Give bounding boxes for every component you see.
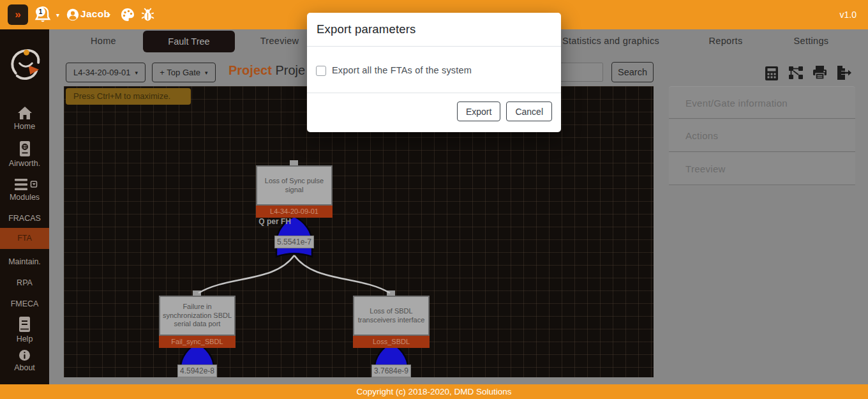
caret-down-icon: ▾ <box>205 70 208 76</box>
ft-node-title[interactable]: Failure in synchronization SBDL serial d… <box>159 296 236 336</box>
notification-count-badge: 1 <box>36 7 45 17</box>
export-button[interactable]: Export <box>457 102 500 121</box>
user-menu[interactable]: Jacob <box>80 8 110 20</box>
export-all-ftas-checkbox[interactable] <box>316 66 326 76</box>
passport-globe-icon <box>17 140 33 157</box>
ft-node-title[interactable]: Loss of SBDL transceivers interface <box>353 296 430 336</box>
accordion-treeview[interactable]: Treeview <box>669 153 855 185</box>
sidebar-item-maintain[interactable]: Maintain. <box>0 257 49 266</box>
ft-node-probability: 3.7684e-9 <box>371 365 411 377</box>
project-name: Proje <box>275 63 305 77</box>
sidebar-item-airworthiness[interactable]: Airworth. <box>0 140 49 168</box>
sidebar-item-label: Modules <box>10 193 40 202</box>
sidebar-item-fracas[interactable]: FRACAS <box>0 214 49 223</box>
accordion-actions[interactable]: Actions <box>669 119 855 152</box>
export-parameters-modal: Export parameters Export all the FTAs of… <box>307 13 561 132</box>
modal-header: Export parameters <box>307 13 561 47</box>
add-top-gate-label: + Top Gate <box>160 68 200 77</box>
tab-settings[interactable]: Settings <box>794 36 829 46</box>
print-icon[interactable] <box>812 66 827 80</box>
bars-menu-icon <box>12 178 38 191</box>
add-top-gate-dropdown[interactable]: + Top Gate ▾ <box>152 63 216 82</box>
caret-down-icon: ▾ <box>135 70 138 76</box>
sidebar-item-label: Airworth. <box>9 159 40 168</box>
connector-curve-right <box>294 255 390 293</box>
theme-palette-icon[interactable] <box>120 7 135 22</box>
calculator-icon[interactable] <box>765 66 779 81</box>
rate-label: Q per FH <box>227 217 291 226</box>
caret-down-icon[interactable]: ▾ <box>56 11 59 19</box>
sidebar-item-about[interactable]: About <box>0 349 49 372</box>
app-root: » 1 ▾ Jacob ▾ <box>0 0 868 399</box>
gate-selector-dropdown[interactable]: L4-34-20-09-01 ▾ <box>66 63 146 82</box>
ft-node-code[interactable]: L4-34-20-09-01 <box>256 206 333 218</box>
sidebar-item-help[interactable]: Help <box>0 316 49 343</box>
modal-footer: Export Cancel <box>307 93 561 132</box>
tab-home[interactable]: Home <box>91 36 116 46</box>
sidebar-item-label: FMECA <box>11 299 39 308</box>
ft-node-code[interactable]: Loss_SBDL <box>353 336 430 348</box>
search-button[interactable]: Search <box>611 62 654 82</box>
project-diagram-icon[interactable] <box>788 66 804 80</box>
ft-node-probability: 5.5541e-7 <box>274 236 314 248</box>
sidebar-collapse-button[interactable]: » <box>8 4 28 25</box>
sidebar-item-label: About <box>14 363 35 372</box>
help-book-icon <box>17 316 32 333</box>
ft-node-title[interactable]: Loss of Sync pulse signal <box>256 165 333 206</box>
tab-reports[interactable]: Reports <box>709 36 743 46</box>
footer-copyright: Copyright (c) 2018-2020, DMD Solutions <box>0 384 868 399</box>
gate-selector-value: L4-34-20-09-01 <box>73 68 131 77</box>
sidebar-item-modules[interactable]: Modules <box>0 178 49 202</box>
sidebar-item-label: Home <box>14 122 35 131</box>
sidebar-item-rpa[interactable]: RPA <box>0 278 49 287</box>
ft-node-probability: 4.5942e-8 <box>177 365 217 377</box>
tab-fault-tree[interactable]: Fault Tree <box>143 31 235 52</box>
bug-report-icon[interactable] <box>140 6 156 22</box>
connector-nub <box>290 160 298 165</box>
modal-title: Export parameters <box>317 22 416 36</box>
sidebar-item-label: RPA <box>17 278 33 287</box>
project-heading: Project Proje <box>228 63 305 78</box>
export-all-ftas-label: Export all the FTAs of the system <box>332 65 472 75</box>
info-circle-icon <box>19 349 31 361</box>
notifications-button[interactable]: 1 <box>34 6 52 25</box>
sidebar-item-fta[interactable]: FTA <box>0 228 49 249</box>
sidebar-item-fmeca[interactable]: FMECA <box>0 299 49 308</box>
ft-node-code[interactable]: Fail_sync_SBDL <box>159 336 236 348</box>
modal-body: Export all the FTAs of the system <box>307 47 561 93</box>
chevron-double-right-icon: » <box>15 8 20 20</box>
sidebar-item-label: Maintain. <box>8 257 41 266</box>
connector-curve-left <box>198 255 294 293</box>
accordion-event-gate-information[interactable]: Event/Gate information <box>669 86 855 119</box>
user-circle-icon[interactable] <box>66 8 80 22</box>
house-icon <box>17 106 33 120</box>
app-version: v1.0 <box>840 10 857 20</box>
tab-statistics-and-graphics[interactable]: Statistics and graphics <box>562 36 659 46</box>
logo-bird-icon <box>4 43 45 86</box>
sidebar: Home Airworth. Modules FRACAS <box>0 29 49 384</box>
cancel-button[interactable]: Cancel <box>506 102 552 121</box>
caret-down-icon[interactable]: ▾ <box>107 11 110 19</box>
project-label: Project <box>228 63 272 77</box>
sidebar-item-label: Help <box>17 335 33 343</box>
sidebar-item-label: FTA <box>17 234 32 243</box>
sidebar-item-home[interactable]: Home <box>0 106 49 131</box>
tab-treeview[interactable]: Treeview <box>260 36 299 46</box>
sidebar-item-label: FRACAS <box>8 214 41 223</box>
file-export-icon[interactable] <box>836 66 851 80</box>
